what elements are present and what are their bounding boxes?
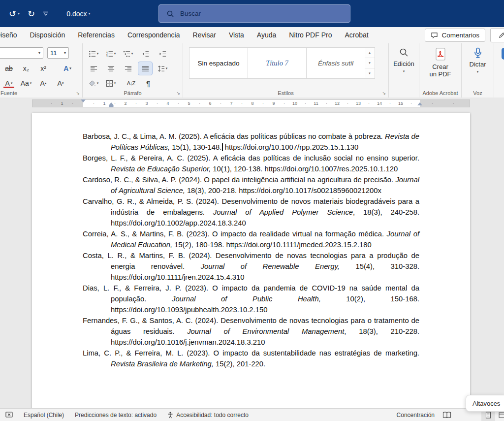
chevron-down-icon: ▾ xyxy=(11,81,13,85)
reference-entry[interactable]: Barbosa, J. C., & Lima, A. M. (2025). A … xyxy=(83,131,419,153)
editing-mode-button[interactable] xyxy=(490,28,504,42)
style-sin-espaciado[interactable]: Sin espaciado xyxy=(189,47,248,79)
microphone-icon xyxy=(473,47,483,59)
parrafo-dialog-launcher[interactable]: ↘ xyxy=(176,91,180,96)
reference-text: Lima, C. P., & Ferreira, M. L. (2023). O… xyxy=(83,349,419,357)
font-name-combo[interactable]: ▾ xyxy=(0,47,43,59)
style-titulo-7[interactable]: Título 7 xyxy=(248,47,307,79)
accessibility-button[interactable]: Accesibilidad: todo correcto xyxy=(162,409,254,421)
ruler-number: 11 xyxy=(314,100,318,107)
right-indent-marker[interactable] xyxy=(417,100,422,105)
ruler-number: 1 xyxy=(103,100,105,107)
reference-entry[interactable]: Lima, C. P., & Ferreira, M. L. (2023). O… xyxy=(83,348,419,369)
reference-entry[interactable]: Carvalho, G. R., & Almeida, P. S. (2024)… xyxy=(83,196,419,228)
dictate-button[interactable]: Dictar ▾ xyxy=(462,47,494,74)
borders-button[interactable]: ▾ xyxy=(104,77,118,90)
change-case-button[interactable]: Aa▾ xyxy=(19,77,33,90)
focus-mode-button[interactable]: Concentración xyxy=(391,409,440,421)
superscript-button[interactable]: x² xyxy=(36,62,50,75)
svg-text:3: 3 xyxy=(106,55,108,58)
tab-vista[interactable]: Vista xyxy=(222,27,251,43)
tab-ayuda[interactable]: Ayuda xyxy=(251,27,283,43)
reference-entry[interactable]: Costa, L. R., & Martins, F. B. (2024). D… xyxy=(83,250,419,283)
chevron-down-icon: ▾ xyxy=(64,51,66,55)
chevron-down-icon: ▾ xyxy=(38,51,40,55)
bullet-list-button[interactable]: ▾ xyxy=(87,47,100,60)
proofing-status-button[interactable] xyxy=(0,409,18,421)
justify-button[interactable] xyxy=(138,62,152,75)
document-title-button[interactable]: 0.docx ▾ xyxy=(66,10,90,18)
journal-title: Journal of Environmental Management xyxy=(187,327,344,335)
ruler-tick: · xyxy=(93,100,94,107)
ruler-number: 2 xyxy=(124,100,126,107)
reference-entry[interactable]: Correia, A. S., & Martins, F. B. (2023).… xyxy=(83,228,419,250)
ruler-tick: · xyxy=(347,100,348,107)
chevron-down-icon: ▾ xyxy=(403,69,405,73)
quick-access-toolbar: ↺▾ ↻ 0.docx ▾ xyxy=(0,8,90,19)
editor-button[interactable] xyxy=(494,47,504,60)
subscript-button[interactable]: x₂ xyxy=(19,62,33,75)
tab-revisar[interactable]: Revisar xyxy=(187,27,222,43)
tab-acrobat[interactable]: Acrobat xyxy=(338,27,375,43)
chevron-down-icon: ▾ xyxy=(97,81,99,85)
reference-entry[interactable]: Fernandes, F. G., & Santos, A. C. (2024)… xyxy=(83,315,419,348)
reference-text: Barbosa, J. C., & Lima, A. M. (2025). A … xyxy=(83,132,385,140)
multilevel-list-button[interactable]: ▾ xyxy=(121,47,135,60)
language-button[interactable]: Español (Chile) xyxy=(18,409,69,421)
grow-font-button[interactable]: A▴ xyxy=(36,77,50,90)
gallery-scroll-down-button[interactable]: ▾ xyxy=(365,58,375,68)
ruler-tick: · xyxy=(410,100,412,107)
text-effects-button[interactable]: A▾ xyxy=(61,62,74,75)
ruler-number: 10 xyxy=(292,100,297,107)
create-pdf-button[interactable]: Crear un PDF xyxy=(419,47,461,78)
redo-button[interactable]: ↻ xyxy=(28,8,35,19)
horizontal-ruler[interactable]: 123456789101112131415················1··… xyxy=(32,99,470,107)
reference-entry[interactable]: Dias, L. F., & Ferreira, J. P. (2023). O… xyxy=(83,283,419,315)
customize-quick-access-button[interactable] xyxy=(43,11,49,16)
align-right-button[interactable] xyxy=(121,62,135,75)
estilos-dialog-launcher[interactable]: ↘ xyxy=(382,91,386,96)
decrease-indent-button[interactable] xyxy=(138,47,152,60)
edicion-button[interactable]: Edición ▾ xyxy=(389,47,419,73)
shading-button[interactable]: ▾ xyxy=(87,77,100,90)
ruler-tick: · xyxy=(114,100,116,107)
undo-button[interactable]: ↺▾ xyxy=(9,8,20,19)
text-predictions-button[interactable]: Predicciones de texto: activado xyxy=(69,409,162,421)
numbered-list-button[interactable]: 123 ▾ xyxy=(104,47,118,60)
tab-referencias[interactable]: Referencias xyxy=(71,27,121,43)
line-spacing-button[interactable]: ▾ xyxy=(156,62,169,75)
tab-disposicion[interactable]: Disposición xyxy=(24,27,72,43)
chevron-down-icon: ▾ xyxy=(88,11,90,16)
document-page[interactable]: Barbosa, J. C., & Lima, A. M. (2025). A … xyxy=(32,113,470,409)
strikethrough-button[interactable]: ab xyxy=(2,62,16,75)
pencil-icon xyxy=(498,32,504,39)
sort-button[interactable]: A↓Z xyxy=(124,77,138,90)
reference-entry[interactable]: Borges, L. F., & Pereira, A. C. (2025). … xyxy=(83,153,419,174)
tab-correspondencia[interactable]: Correspondencia xyxy=(121,27,187,43)
ruler-tick: · xyxy=(220,100,221,107)
fuente-dialog-launcher[interactable]: ↘ xyxy=(76,91,80,96)
comments-button[interactable]: Comentarios xyxy=(425,29,485,42)
gallery-expand-button[interactable]: ▾ xyxy=(365,68,375,78)
align-left-button[interactable] xyxy=(87,62,100,75)
ruler-number: 3 xyxy=(145,100,148,107)
font-color-button[interactable]: A▾ xyxy=(2,77,16,90)
tab-diseno[interactable]: Diseño xyxy=(0,27,24,43)
read-mode-button[interactable] xyxy=(440,409,454,421)
search-box[interactable]: Buscar xyxy=(158,4,350,23)
style-gallery-scroll: ▴ ▾ ▾ xyxy=(365,47,375,79)
speakers-label: Altavoces xyxy=(472,400,500,407)
hanging-indent-marker[interactable] xyxy=(109,100,114,105)
style-enfasis-sutil[interactable]: Énfasis sutil xyxy=(306,47,365,79)
tab-nitro-pdf-pro[interactable]: Nitro PDF Pro xyxy=(283,27,338,43)
show-paragraph-marks-button[interactable]: ¶ xyxy=(141,77,155,90)
gallery-scroll-up-button[interactable]: ▴ xyxy=(365,48,375,58)
increase-indent-button[interactable] xyxy=(156,47,169,60)
shrink-font-button[interactable]: A▾ xyxy=(54,77,67,90)
chevron-down-icon: ▾ xyxy=(114,81,116,85)
align-center-button[interactable] xyxy=(104,62,118,75)
first-line-indent-marker[interactable] xyxy=(81,99,86,105)
reference-entry[interactable]: Cardoso, R. C., & Silva, A. P. (2024). O… xyxy=(83,174,419,196)
font-size-combo[interactable]: 11▾ xyxy=(47,47,69,59)
left-indent-marker[interactable] xyxy=(109,105,114,107)
